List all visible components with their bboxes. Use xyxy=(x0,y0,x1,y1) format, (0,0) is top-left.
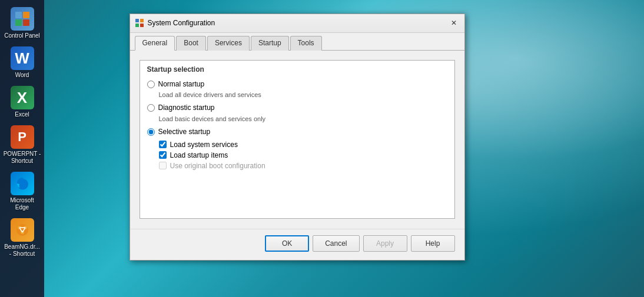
cancel-button[interactable]: Cancel xyxy=(313,235,359,252)
normal-startup-desc: Load all device drivers and services xyxy=(159,91,447,98)
dialog-overlay: System Configuration ✕ General Boot Serv… xyxy=(0,0,644,297)
svg-rect-12 xyxy=(140,19,144,22)
dialog-title-left: System Configuration xyxy=(135,18,215,28)
tab-general[interactable]: General xyxy=(135,36,175,51)
diagnostic-startup-option[interactable]: Diagnostic startup xyxy=(147,103,447,113)
normal-startup-option[interactable]: Normal startup xyxy=(147,79,447,89)
svg-rect-13 xyxy=(135,24,139,27)
selective-startup-radio[interactable] xyxy=(147,128,155,136)
desktop: Control Panel W Word X Excel P POWERPNT … xyxy=(0,0,644,297)
load-system-services-option[interactable]: Load system services xyxy=(159,141,447,149)
use-original-boot-label: Use original boot configuration xyxy=(170,162,265,170)
tab-startup[interactable]: Startup xyxy=(251,36,289,51)
tab-services[interactable]: Services xyxy=(207,36,250,51)
svg-rect-11 xyxy=(135,19,139,22)
tab-bar: General Boot Services Startup Tools xyxy=(130,33,464,51)
diagnostic-startup-label: Diagnostic startup xyxy=(158,103,215,113)
dialog-buttons: OK Cancel Apply Help xyxy=(130,229,464,260)
dialog-content: Startup selection Normal startup Load al… xyxy=(130,51,464,229)
ok-button[interactable]: OK xyxy=(265,235,309,252)
diagnostic-startup-desc: Load basic devices and services only xyxy=(159,115,447,122)
normal-startup-radio[interactable] xyxy=(147,81,155,88)
selective-startup-option[interactable]: Selective startup xyxy=(147,127,447,137)
tab-boot[interactable]: Boot xyxy=(176,36,206,51)
load-system-services-label: Load system services xyxy=(170,141,238,149)
dialog-titlebar: System Configuration ✕ xyxy=(130,14,464,33)
dialog-title: System Configuration xyxy=(148,19,215,27)
startup-selection-group: Startup selection Normal startup Load al… xyxy=(140,60,455,219)
system-config-dialog: System Configuration ✕ General Boot Serv… xyxy=(130,14,465,261)
load-startup-items-option[interactable]: Load startup items xyxy=(159,151,447,159)
use-original-boot-checkbox[interactable] xyxy=(159,162,167,169)
load-startup-items-checkbox[interactable] xyxy=(159,151,167,159)
use-original-boot-option[interactable]: Use original boot configuration xyxy=(159,162,447,170)
selective-startup-options: Load system services Load startup items … xyxy=(159,141,447,170)
tab-tools[interactable]: Tools xyxy=(290,36,322,51)
group-label: Startup selection xyxy=(147,65,447,74)
svg-rect-14 xyxy=(140,24,144,27)
help-button[interactable]: Help xyxy=(411,235,455,252)
normal-startup-label: Normal startup xyxy=(158,79,205,89)
system-config-icon xyxy=(135,18,144,28)
load-system-services-checkbox[interactable] xyxy=(159,141,167,148)
close-button[interactable]: ✕ xyxy=(448,17,460,29)
load-startup-items-label: Load startup items xyxy=(170,151,228,159)
selective-startup-label: Selective startup xyxy=(158,127,211,137)
diagnostic-startup-radio[interactable] xyxy=(147,104,155,112)
apply-button[interactable]: Apply xyxy=(363,235,407,252)
